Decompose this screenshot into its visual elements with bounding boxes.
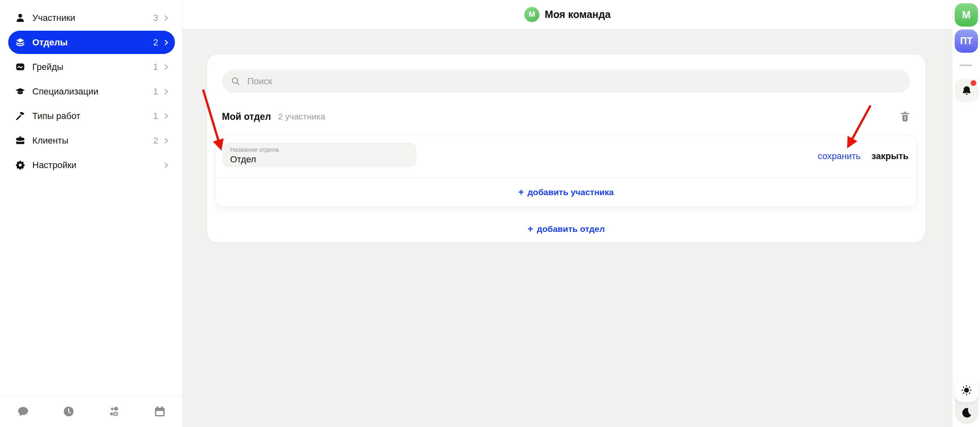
sidebar-item-label: Специализации [32,86,153,97]
sidebar-item-departments[interactable]: Отделы 2 [8,31,175,54]
sidebar-item-label: Настройки [32,160,158,171]
trash-icon[interactable] [900,111,910,122]
sidebar-item-count: 1 [153,111,158,121]
person-icon [15,13,25,23]
save-button[interactable]: сохранить [818,151,861,162]
chevron-right-icon [163,40,169,45]
sidebar-item-label: Типы работ [32,111,153,121]
right-rail: M ПТ [952,0,980,427]
sidebar-item-clients[interactable]: Клиенты 2 [8,129,175,152]
chevron-right-icon [163,162,169,168]
sidebar-item-count: 1 [153,86,158,97]
hammer-icon [15,111,25,121]
sidebar-item-count: 3 [153,13,158,23]
clock-icon[interactable] [63,405,75,418]
sidebar-menu: Участники 3 Отделы 2 Грейды 1 [8,6,175,178]
grades-chart-icon [15,62,25,72]
rail-divider [960,65,972,66]
sidebar-item-work-types[interactable]: Типы работ 1 [8,104,175,128]
department-name-field[interactable]: Название отдела [222,143,416,167]
department-name-input[interactable] [230,154,406,166]
sidebar-item-label: Клиенты [32,135,153,146]
theme-toggle [955,378,978,424]
chevron-right-icon [163,113,169,119]
sidebar: Участники 3 Отделы 2 Грейды 1 [0,0,183,427]
calendar-icon[interactable] [154,405,166,418]
notifications-button[interactable] [955,79,978,102]
edit-actions: сохранить закрыть [818,135,908,177]
plus-icon: + [528,225,533,234]
department-edit-panel: Название отдела сохранить закрыть + доба… [215,135,917,207]
notification-badge [971,80,976,86]
sidebar-item-count: 2 [153,135,158,146]
department-header-row: Мой отдел 2 участника [222,108,910,125]
sidebar-item-label: Грейды [32,62,153,72]
workspace-avatar-m[interactable]: M [955,3,978,27]
sidebar-item-label: Участники [32,13,153,23]
chevron-right-icon [163,64,169,70]
sidebar-item-specializations[interactable]: Специализации 1 [8,80,175,103]
sidebar-item-count: 1 [153,62,158,72]
graduation-cap-icon [15,86,25,97]
page-title: Моя команда [545,9,611,20]
layers-icon [15,37,25,47]
light-mode-button[interactable] [955,378,978,402]
sidebar-item-count: 2 [153,37,158,48]
department-name: Мой отдел [222,111,271,122]
chevron-right-icon [163,89,169,94]
plus-icon: + [518,188,524,197]
departments-card: Мой отдел 2 участника Название отдела со… [207,54,925,242]
sun-icon [961,384,972,396]
chevron-right-icon [163,138,169,144]
sidebar-item-members[interactable]: Участники 3 [8,6,175,29]
page-header: M Моя команда [183,0,952,29]
community-icon[interactable] [108,406,121,418]
sidebar-item-settings[interactable]: Настройки [8,153,175,177]
team-avatar[interactable]: M [524,7,539,22]
search-input[interactable] [246,76,906,87]
search-field[interactable] [222,70,910,93]
main-content: Мой отдел 2 участника Название отдела со… [183,29,952,427]
chevron-right-icon [163,15,169,21]
sidebar-item-label: Отделы [32,37,153,48]
add-department-label: добавить отдел [537,224,605,234]
search-icon [231,76,240,86]
gear-icon [15,160,25,170]
add-member-label: добавить участника [528,187,614,197]
sidebar-bottom-toolbar [0,396,183,427]
sidebar-item-grades[interactable]: Грейды 1 [8,55,175,79]
dark-mode-button[interactable] [960,405,973,420]
add-department-button[interactable]: + добавить отдел [207,219,925,239]
close-button[interactable]: закрыть [872,151,908,162]
add-member-button[interactable]: + добавить участника [216,178,916,207]
field-label: Название отдела [230,146,416,154]
department-members-count: 2 участника [278,112,325,121]
briefcase-icon [15,135,25,146]
bell-icon [961,85,972,96]
moon-icon [960,407,973,419]
chat-icon[interactable] [17,405,29,418]
workspace-avatar-pt[interactable]: ПТ [955,29,978,53]
